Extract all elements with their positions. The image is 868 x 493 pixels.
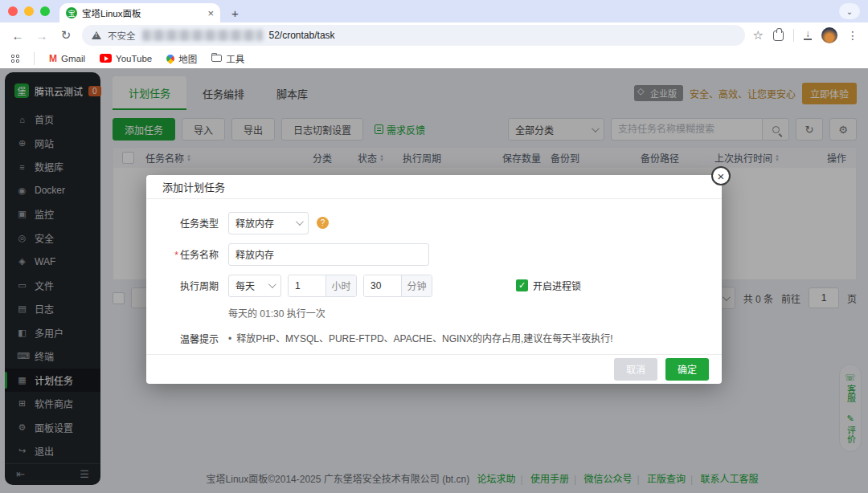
browser-menu-icon[interactable]: ⋮ [847, 29, 858, 42]
maximize-window-button[interactable] [40, 6, 50, 16]
bookmark-star-icon[interactable]: ☆ [753, 28, 764, 43]
tips-label: 温馨提示 [166, 332, 219, 345]
url-path: 52/crontab/task [269, 30, 335, 41]
divider [793, 29, 794, 42]
chevron-down-icon [296, 218, 304, 226]
downloads-icon[interactable]: ↓ [804, 31, 812, 40]
minimize-window-button[interactable] [24, 6, 34, 16]
back-icon[interactable]: ← [10, 29, 26, 43]
url-redacted-segment [142, 30, 263, 41]
bookmarks-bar: MGmail YouTube 地图 工具 [0, 48, 868, 68]
modal-footer: 取消 确定 [146, 354, 722, 384]
task-name-label: *任务名称 [166, 247, 219, 261]
bookmark-gmail[interactable]: MGmail [49, 53, 85, 64]
panel-page: 堡 腾讯云测试 0 ⌂首页 ⊕网站 ≡数据库 ◉Docker ▣监控 ◎安全 ◈… [0, 68, 868, 493]
cycle-row: 执行周期 每天 小时 分钟 ✓ 开启进程锁 [166, 275, 702, 297]
url-bar[interactable]: 不安全 52/crontab/task [82, 25, 745, 46]
browser-chrome: 宝 宝塔Linux面板 × + ⌄ ← → ↻ 不安全 52/crontab/t… [0, 0, 868, 68]
window-controls [8, 0, 50, 22]
site-favicon-icon: 宝 [66, 7, 77, 18]
task-name-input[interactable] [228, 243, 429, 266]
modal-body: 任务类型 释放内存 ? *任务名称 执行周期 每天 小时 [146, 199, 722, 354]
maps-pin-icon [165, 52, 176, 63]
apps-grid-icon[interactable] [11, 55, 19, 63]
chevron-down-icon [268, 281, 276, 289]
bookmark-tools-folder[interactable]: 工具 [211, 52, 244, 65]
profile-avatar[interactable] [821, 27, 837, 43]
help-icon[interactable]: ? [317, 217, 329, 229]
youtube-icon [100, 54, 112, 63]
process-lock-toggle[interactable]: ✓ 开启进程锁 [516, 279, 581, 292]
confirm-button[interactable]: 确定 [665, 358, 709, 381]
modal-title: 添加计划任务 [146, 175, 722, 199]
cycle-type-select[interactable]: 每天 [228, 275, 281, 297]
tab-close-icon[interactable]: × [207, 7, 214, 19]
reload-icon[interactable]: ↻ [58, 28, 74, 43]
divider [34, 52, 35, 65]
task-type-select[interactable]: 释放内存 [228, 212, 309, 234]
task-type-row: 任务类型 释放内存 ? [166, 212, 702, 234]
tab-strip: 宝 宝塔Linux面板 × + ⌄ [0, 0, 868, 22]
modal-close-icon[interactable]: × [711, 166, 731, 185]
cycle-minute-group: 分钟 [363, 275, 432, 297]
cycle-label: 执行周期 [166, 279, 219, 292]
gmail-icon: M [49, 53, 57, 64]
process-lock-label: 开启进程锁 [533, 279, 581, 292]
browser-tab[interactable]: 宝 宝塔Linux面板 × [59, 3, 220, 22]
folder-icon [211, 55, 222, 62]
extensions-icon[interactable] [773, 31, 784, 41]
not-secure-label: 不安全 [108, 29, 136, 42]
task-type-label: 任务类型 [166, 216, 219, 230]
cycle-minute-input[interactable] [364, 275, 401, 296]
cycle-hour-input[interactable] [289, 275, 326, 296]
bookmark-youtube[interactable]: YouTube [100, 54, 152, 63]
tab-title: 宝塔Linux面板 [82, 6, 203, 19]
task-name-row: *任务名称 [166, 243, 702, 266]
tips-row: 温馨提示 释放PHP、MYSQL、PURE-FTPD、APACHE、NGINX的… [166, 331, 702, 345]
checkbox-checked-icon[interactable]: ✓ [516, 279, 528, 291]
forward-icon[interactable]: → [34, 29, 50, 43]
tips-text: 释放PHP、MYSQL、PURE-FTPD、APACHE、NGINX的内存占用,… [228, 331, 613, 344]
bookmark-maps[interactable]: 地图 [166, 52, 197, 65]
cancel-button[interactable]: 取消 [614, 358, 657, 381]
hour-unit-label: 小时 [326, 275, 356, 296]
browser-actions: ☆ ↓ ⋮ [753, 27, 858, 43]
add-task-modal: × 添加计划任务 任务类型 释放内存 ? *任务名称 执行周期 每天 [146, 175, 722, 384]
not-secure-warning-icon [92, 31, 101, 39]
browser-toolbar: ← → ↻ 不安全 52/crontab/task ☆ ↓ ⋮ [0, 22, 868, 48]
tab-search-chevron-icon[interactable]: ⌄ [839, 3, 860, 19]
new-tab-button[interactable]: + [231, 3, 239, 22]
cycle-hint: 每天的 01:30 执行一次 [228, 306, 702, 320]
minute-unit-label: 分钟 [401, 275, 432, 296]
close-window-button[interactable] [8, 6, 18, 16]
cycle-hour-group: 小时 [288, 275, 357, 297]
required-asterisk: * [174, 250, 178, 261]
